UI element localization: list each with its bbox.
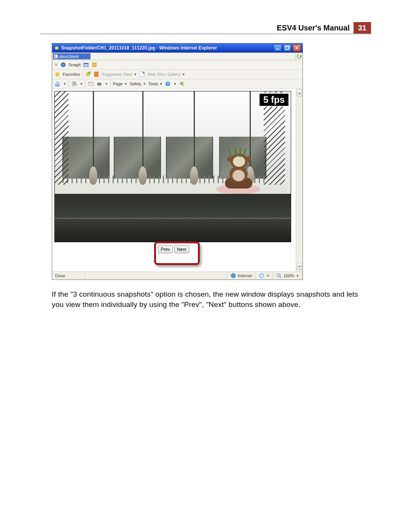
web-slice-icon	[139, 71, 145, 77]
monkey-figure	[217, 150, 260, 194]
svg-rect-1	[276, 49, 279, 50]
suggested-sites-icon	[93, 71, 99, 77]
page-header: ESV4 User's Manual 31	[277, 22, 371, 34]
svg-rect-14	[57, 85, 58, 86]
window-title: SnapshotFolder/CH1_20111018_111220.jpg -…	[61, 45, 217, 51]
scroll-up-button[interactable]	[297, 89, 302, 97]
embedded-screenshot: SnapshotFolder/CH1_20111018_111220.jpg -…	[52, 43, 303, 280]
page-icon	[54, 54, 58, 58]
close-x[interactable]: ✕	[54, 62, 58, 67]
callout-highlight	[154, 241, 200, 265]
svg-point-5	[62, 64, 65, 66]
page-number: 31	[354, 22, 371, 34]
minimize-button[interactable]	[274, 44, 282, 52]
browser-content: 5 fps Prev Next	[52, 89, 303, 272]
svg-rect-3	[54, 55, 57, 58]
svg-rect-19	[98, 82, 100, 83]
add-favorite-icon[interactable]	[85, 71, 91, 77]
snapshot-image: 5 fps	[54, 91, 291, 242]
page-menu[interactable]: Page▼	[113, 81, 127, 86]
region-capture-icon[interactable]	[91, 62, 97, 68]
header-rule	[40, 34, 371, 34]
zoom-control[interactable]: 100%▼	[273, 272, 303, 280]
read-mail-icon[interactable]	[88, 81, 94, 87]
svg-rect-7	[84, 63, 88, 64]
maximize-button[interactable]	[283, 44, 292, 52]
web-slice-gallery[interactable]: Web Slice Gallery▼	[147, 72, 185, 77]
address-bar: about:blank	[52, 53, 303, 60]
favorites-star-icon	[54, 71, 61, 77]
status-zone: Internet	[227, 272, 255, 280]
address-field[interactable]: about:blank	[53, 53, 91, 59]
svg-rect-2	[286, 46, 289, 50]
zoom-icon	[276, 273, 282, 279]
fps-overlay: 5 fps	[259, 93, 289, 107]
favorites-bar: Favorites Suggested Sites▼ Web Slice Gal…	[52, 70, 303, 79]
snagit-label[interactable]: SnagIt	[68, 62, 81, 67]
svg-point-26	[277, 274, 280, 277]
svg-rect-20	[98, 85, 100, 86]
command-bar: ▼ ▼ ▼ Page▼ Safety▼ Tools▼ ?▼	[52, 79, 303, 89]
suggested-sites[interactable]: Suggested Sites▼	[102, 72, 137, 77]
status-done: Done	[52, 272, 85, 280]
body-paragraph: If the "3 continuous snapshots" option i…	[52, 289, 359, 310]
status-bar: Done Internet ▼ 100%▼	[52, 272, 303, 280]
internet-zone-icon	[230, 273, 236, 279]
help-icon[interactable]: ?	[165, 81, 171, 87]
research-icon[interactable]	[179, 81, 185, 87]
safety-menu[interactable]: Safety▼	[129, 81, 146, 86]
shield-icon	[258, 273, 264, 279]
snagit-icon	[60, 62, 66, 68]
close-button[interactable]	[293, 44, 301, 52]
svg-point-16	[72, 85, 73, 86]
svg-rect-24	[182, 82, 183, 84]
svg-rect-11	[94, 72, 98, 77]
svg-point-13	[143, 72, 145, 74]
go-refresh-button[interactable]	[295, 53, 303, 59]
favorites-button[interactable]: Favorites	[63, 72, 80, 77]
protected-mode-icon[interactable]: ▼	[255, 272, 273, 280]
scroll-down-button[interactable]	[297, 263, 302, 270]
manual-title: ESV4 User's Manual	[277, 22, 354, 34]
print-icon[interactable]	[96, 81, 102, 87]
tools-menu[interactable]: Tools▼	[148, 81, 163, 86]
window-titlebar: SnapshotFolder/CH1_20111018_111220.jpg -…	[52, 43, 303, 53]
feeds-icon[interactable]	[71, 81, 77, 87]
address-text: about:blank	[59, 54, 79, 59]
window-capture-icon[interactable]	[83, 62, 89, 68]
ie-icon	[54, 45, 60, 51]
manual-page: ESV4 User's Manual 31 SnapshotFolder/CH1…	[0, 0, 411, 532]
svg-text:?: ?	[167, 82, 169, 86]
vertical-scrollbar[interactable]	[296, 89, 303, 272]
home-icon[interactable]	[54, 81, 61, 87]
snagit-toolbar: ✕ SnagIt	[52, 60, 303, 70]
